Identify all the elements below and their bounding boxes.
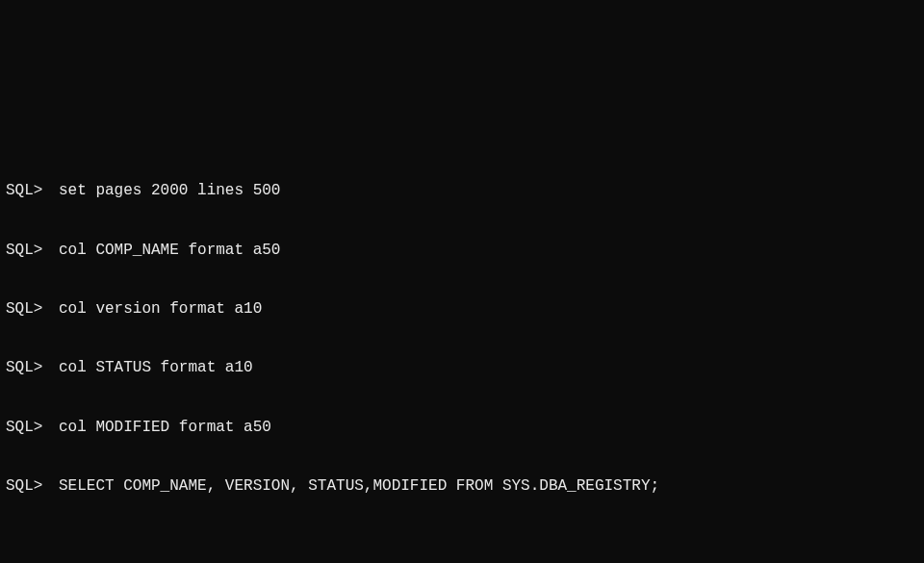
sql-command: col STATUS format a10 xyxy=(59,359,253,376)
sql-command-line: SQL>SELECT COMP_NAME, VERSION, STATUS,MO… xyxy=(6,476,918,496)
sql-command: set pages 2000 lines 500 xyxy=(59,182,280,199)
sql-prompt: SQL> xyxy=(6,418,59,437)
blank-line xyxy=(6,555,918,563)
sql-prompt: SQL> xyxy=(6,299,59,319)
sql-command-line: SQL>col version format a10 xyxy=(6,299,918,319)
terminal-output[interactable]: SQL>set pages 2000 lines 500 SQL>col COM… xyxy=(0,98,924,563)
sql-command: col version format a10 xyxy=(59,300,262,318)
sql-command: col MODIFIED format a50 xyxy=(59,419,271,436)
sql-command-line: SQL>col COMP_NAME format a50 xyxy=(6,241,918,260)
sql-command-line: SQL>set pages 2000 lines 500 xyxy=(6,181,918,200)
sql-command-line: SQL>col MODIFIED format a50 xyxy=(6,418,918,437)
sql-prompt: SQL> xyxy=(6,358,59,377)
sql-command: col COMP_NAME format a50 xyxy=(59,242,280,259)
sql-prompt: SQL> xyxy=(6,241,59,260)
sql-command-line: SQL>col STATUS format a10 xyxy=(6,358,918,377)
sql-prompt: SQL> xyxy=(6,181,59,200)
sql-command: SELECT COMP_NAME, VERSION, STATUS,MODIFI… xyxy=(59,477,659,495)
sql-prompt: SQL> xyxy=(6,476,59,496)
